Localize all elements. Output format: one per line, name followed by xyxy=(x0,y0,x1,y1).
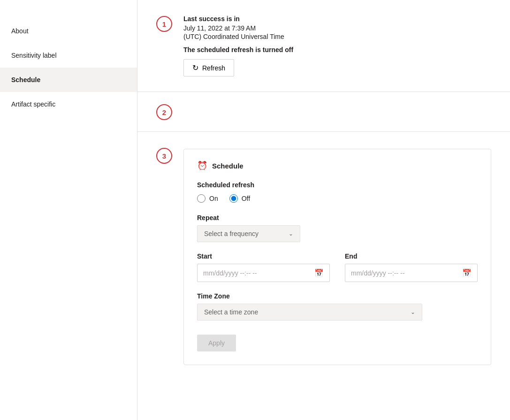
end-field: End mm/dd/yyyy --:-- -- 📅 xyxy=(345,252,478,282)
repeat-label: Repeat xyxy=(197,214,478,221)
last-success-title: Last success is in xyxy=(183,15,491,23)
step3-block: 3 ⏰ Schedule Scheduled refresh xyxy=(137,132,510,384)
refresh-button[interactable]: ↻ Refresh xyxy=(183,59,234,76)
repeat-placeholder: Select a frequency xyxy=(204,230,259,237)
step2-number: 2 xyxy=(156,104,172,120)
end-date-input[interactable]: mm/dd/yyyy --:-- -- 📅 xyxy=(345,264,478,282)
refresh-icon: ↻ xyxy=(192,63,198,72)
timezone-label: Time Zone xyxy=(197,292,478,300)
step1-number: 1 xyxy=(156,16,172,32)
radio-off-input[interactable] xyxy=(229,194,238,203)
step2-block: 2 xyxy=(137,92,510,132)
end-label: End xyxy=(345,252,478,260)
scheduled-refresh-radio-group: On Off xyxy=(197,194,478,203)
radio-option-on[interactable]: On xyxy=(197,194,218,203)
timezone-placeholder: Select a time zone xyxy=(204,308,258,316)
schedule-card-title-text: Schedule xyxy=(212,162,244,170)
sidebar-item-sensitivity-label[interactable]: Sensitivity label xyxy=(0,43,137,68)
repeat-chevron-icon: ⌄ xyxy=(289,230,293,237)
repeat-dropdown[interactable]: Select a frequency ⌄ xyxy=(197,225,300,242)
end-calendar-icon: 📅 xyxy=(462,268,472,277)
date-row: Start mm/dd/yyyy --:-- -- 📅 End mm/dd/yy… xyxy=(197,252,478,282)
start-label: Start xyxy=(197,252,330,260)
sidebar-item-artifact-specific-label: Artifact specific xyxy=(11,100,55,108)
start-date-input[interactable]: mm/dd/yyyy --:-- -- 📅 xyxy=(197,264,330,282)
sidebar-item-artifact-specific[interactable]: Artifact specific xyxy=(0,92,137,116)
schedule-card: ⏰ Schedule Scheduled refresh On xyxy=(183,149,491,365)
step1-content: Last success is in July 11, 2022 at 7:39… xyxy=(183,15,491,76)
scheduled-refresh-label: Scheduled refresh xyxy=(197,181,478,189)
clock-icon: ⏰ xyxy=(197,160,207,171)
radio-option-off[interactable]: Off xyxy=(229,194,250,203)
sidebar: About Sensitivity label Schedule Artifac… xyxy=(0,0,137,420)
sidebar-item-schedule[interactable]: Schedule xyxy=(0,68,137,92)
step3-content: ⏰ Schedule Scheduled refresh On xyxy=(183,147,491,365)
radio-on-input[interactable] xyxy=(197,194,206,203)
timezone-dropdown[interactable]: Select a time zone ⌄ xyxy=(197,304,422,321)
refresh-button-label: Refresh xyxy=(202,64,225,72)
apply-button[interactable]: Apply xyxy=(197,335,236,351)
last-success-date: July 11, 2022 at 7:39 AM xyxy=(183,24,491,32)
start-field: Start mm/dd/yyyy --:-- -- 📅 xyxy=(197,252,330,282)
main-content: 1 Last success is in July 11, 2022 at 7:… xyxy=(137,0,510,420)
start-calendar-icon: 📅 xyxy=(314,268,324,277)
step3-number: 3 xyxy=(156,148,172,164)
sidebar-item-about-label: About xyxy=(11,27,29,35)
end-date-placeholder: mm/dd/yyyy --:-- -- xyxy=(351,269,404,277)
sidebar-item-schedule-label: Schedule xyxy=(11,76,40,84)
timezone-section: Time Zone Select a time zone ⌄ xyxy=(197,292,478,321)
start-date-placeholder: mm/dd/yyyy --:-- -- xyxy=(203,269,257,277)
schedule-card-title: ⏰ Schedule xyxy=(197,160,478,171)
app-layout: About Sensitivity label Schedule Artifac… xyxy=(0,0,510,420)
step1-block: 1 Last success is in July 11, 2022 at 7:… xyxy=(137,0,510,92)
last-success-timezone: (UTC) Coordinated Universal Time xyxy=(183,33,491,40)
scheduled-off-text: The scheduled refresh is turned off xyxy=(183,46,491,53)
timezone-chevron-icon: ⌄ xyxy=(411,309,415,315)
repeat-section: Repeat Select a frequency ⌄ xyxy=(197,214,478,242)
sidebar-item-about[interactable]: About xyxy=(0,19,137,43)
scheduled-refresh-section: Scheduled refresh On Off xyxy=(197,181,478,203)
apply-button-label: Apply xyxy=(208,339,225,347)
radio-off-label: Off xyxy=(242,195,250,202)
radio-on-label: On xyxy=(209,195,218,202)
sidebar-item-sensitivity-label-text: Sensitivity label xyxy=(11,52,57,59)
